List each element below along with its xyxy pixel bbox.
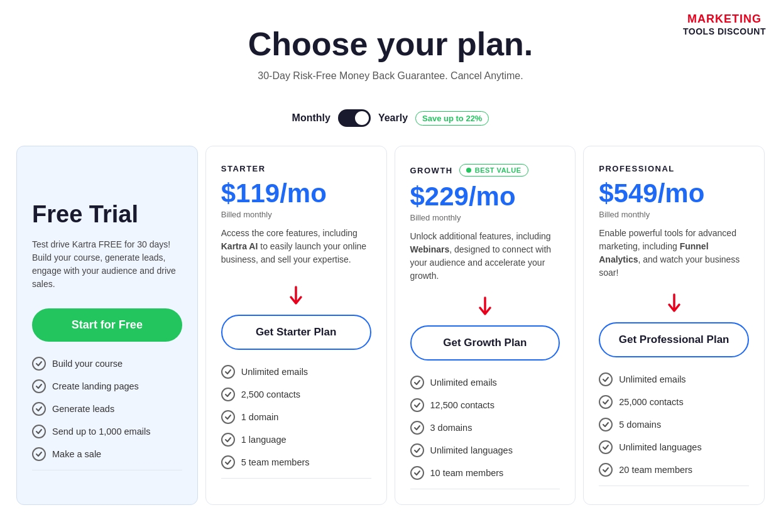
growth-features-list: Unlimited emails 12,500 contacts 3 domai… [410,376,560,480]
check-icon [221,388,235,401]
professional-price: $549/mo [599,178,749,209]
starter-price: $119/mo [221,178,371,209]
check-icon [32,379,46,393]
list-item: Unlimited languages [410,443,560,457]
arrow-indicator-starter [221,285,371,310]
check-icon [599,440,613,454]
list-item: Create landing pages [32,379,182,393]
plan-label-professional: PROFESSIONAL [599,164,749,173]
list-item: Unlimited emails [410,376,560,389]
list-item: Make a sale [32,447,182,461]
list-item: Unlimited emails [599,372,749,386]
check-icon [32,425,46,438]
professional-description: Enable powerful tools for advanced marke… [599,227,749,280]
growth-price: $229/mo [410,182,560,212]
yearly-label: Yearly [378,112,408,124]
card-divider [410,489,560,489]
list-item: 10 team members [410,466,560,480]
professional-billed: Billed monthly [599,210,749,219]
free-trial-title: Free Trial [32,202,182,228]
list-item: 3 domains [410,421,560,435]
card-divider [221,478,371,479]
list-item: 5 team members [221,455,371,469]
free-trial-description: Test drive Kartra FREE for 30 days! Buil… [32,238,182,291]
check-icon [410,466,424,480]
check-icon [32,357,46,371]
plan-card-starter: STARTER $119/mo Billed monthly Access th… [205,146,387,505]
free-features-list: Build your course Create landing pages G… [32,357,182,461]
logo: MARKETING TOOLS DISCOUNT [683,13,766,36]
check-icon [32,447,46,461]
list-item: Build your course [32,357,182,371]
plan-card-growth: GROWTH BEST VALUE $229/mo Billed monthly… [395,146,576,505]
check-icon [599,372,613,386]
page-header: Choose your plan. 30-Day Risk-Free Money… [0,0,781,94]
check-icon [599,418,613,432]
best-value-badge: BEST VALUE [459,164,528,176]
list-item: 12,500 contacts [410,398,560,412]
check-icon [599,463,613,477]
list-item: 1 domain [221,410,371,424]
plans-container: Free Trial Test drive Kartra FREE for 30… [0,146,781,505]
starter-description: Access the core features, including Kart… [221,227,371,272]
professional-features-list: Unlimited emails 25,000 contacts 5 domai… [599,372,749,477]
logo-line1: MARKETING [683,13,766,26]
best-value-dot [466,168,471,173]
check-icon [410,443,424,457]
arrow-indicator-professional [599,292,749,317]
check-icon [410,421,424,435]
list-item: Send up to 1,000 emails [32,425,182,438]
starter-cta-button[interactable]: Get Starter Plan [221,315,371,350]
check-icon [410,398,424,412]
starter-billed: Billed monthly [221,210,371,219]
page-subtitle: 30-Day Risk-Free Money Back Guarantee. C… [0,70,781,82]
free-trial-cta-button[interactable]: Start for Free [32,308,182,342]
check-icon [221,365,235,379]
professional-cta-button[interactable]: Get Professional Plan [599,322,749,357]
billing-toggle-row: Monthly Yearly Save up to 22% [0,109,781,127]
monthly-label: Monthly [292,112,330,124]
check-icon [410,376,424,389]
logo-line2: TOOLS DISCOUNT [683,26,766,37]
page-title: Choose your plan. [0,25,781,63]
billing-toggle-switch[interactable] [338,109,371,127]
check-icon [32,402,46,416]
check-icon [221,433,235,447]
growth-description: Unlock additional features, including We… [410,230,560,283]
check-icon [599,395,613,409]
plan-card-free: Free Trial Test drive Kartra FREE for 30… [16,146,198,505]
list-item: 20 team members [599,463,749,477]
list-item: Unlimited languages [599,440,749,454]
plan-card-professional: PROFESSIONAL $549/mo Billed monthly Enab… [583,146,765,505]
list-item: 25,000 contacts [599,395,749,409]
list-item: Generate leads [32,402,182,416]
growth-billed: Billed monthly [410,213,560,222]
plan-label-starter: STARTER [221,164,371,173]
check-icon [221,410,235,424]
list-item: 1 language [221,433,371,447]
card-divider [32,470,182,470]
plan-label-growth: GROWTH BEST VALUE [410,164,560,176]
check-icon [221,455,235,469]
growth-cta-button[interactable]: Get Growth Plan [410,325,560,361]
list-item: 5 domains [599,418,749,432]
starter-features-list: Unlimited emails 2,500 contacts 1 domain… [221,365,371,469]
arrow-indicator-growth [410,295,560,320]
card-divider [599,486,749,486]
save-badge: Save up to 22% [415,111,489,126]
list-item: Unlimited emails [221,365,371,379]
list-item: 2,500 contacts [221,388,371,401]
